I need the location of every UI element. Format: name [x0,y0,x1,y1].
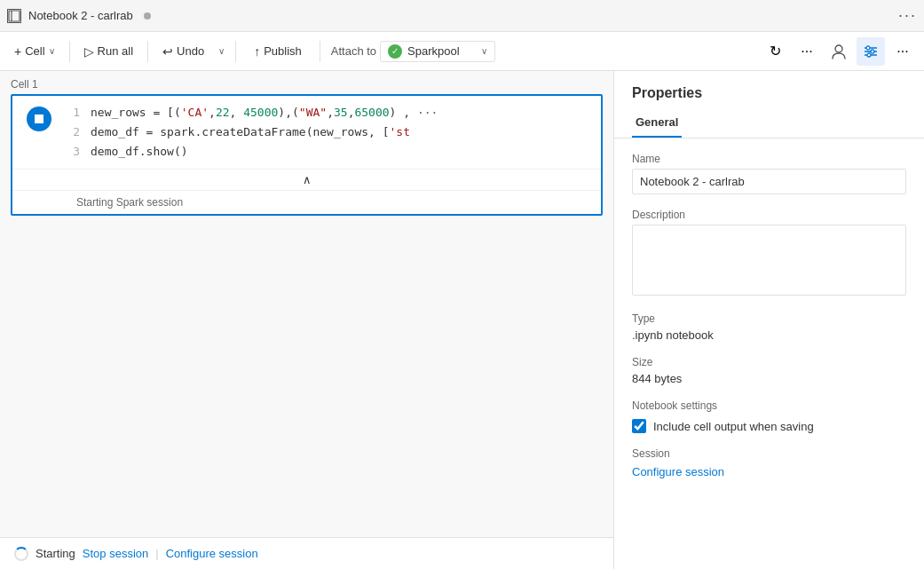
unsaved-dot [144,12,151,20]
code-line-1: 1 new_rows = [('CA',22, 45000),("WA",35,… [66,103,594,122]
undo-button[interactable]: ↩ Undo [155,41,211,62]
main-layout: Cell 1 1 new_rows = [('CA',22, 45000),("… [0,71,924,569]
notebook-area: Cell 1 1 new_rows = [('CA',22, 45000),("… [0,71,613,569]
type-field-label: Type [632,312,906,325]
configure-session-link-bottom[interactable]: Configure session [166,547,258,560]
divider-2 [147,41,148,62]
undo-icon: ↩ [162,44,173,59]
divider-3 [235,41,236,62]
refresh-icon: ↻ [770,43,781,59]
titlebar-more-button[interactable]: ··· [898,6,917,25]
publish-icon: ↑ [254,44,260,59]
name-input[interactable] [632,169,906,194]
stop-session-link[interactable]: Stop session [83,547,148,560]
starting-text: Starting [36,547,75,560]
stop-button[interactable] [27,107,51,131]
chevron-up-icon: ∧ [303,173,312,186]
toolbar-right: ↻ ··· ··· [761,37,917,66]
run-all-label: Run all [98,44,133,58]
cell-run-area [12,96,66,214]
publish-label: Publish [264,44,302,58]
loading-spinner [14,547,28,561]
configure-session-link[interactable]: Configure session [632,465,724,478]
status-bar: Starting Stop session | Configure sessio… [0,537,613,569]
type-field-group: Type .ipynb notebook [632,312,906,342]
description-field-label: Description [632,209,906,221]
line-num-3: 3 [66,142,80,162]
code-line-3: 3 demo_df.show() [66,142,594,162]
settings-panel-button[interactable] [857,37,885,66]
undo-label: Undo [177,44,204,58]
run-all-icon: ▷ [84,44,94,59]
svg-point-6 [866,46,870,50]
line-num-1: 1 [66,103,80,122]
cell-chevron: ∨ [49,46,55,56]
name-field-label: Name [632,153,906,165]
attach-label: Attach to [331,44,376,58]
cell-collapse-button[interactable]: ∧ [12,169,601,190]
code-content-3: demo_df.show() [91,142,188,162]
sparkpool-name: Sparkpool [407,44,476,58]
cell-body: 1 new_rows = [('CA',22, 45000),("WA",35,… [11,94,603,216]
status-separator: | [155,547,158,560]
svg-point-7 [871,50,874,53]
notebook-spacer [0,223,613,537]
code-line-2: 2 demo_df = spark.createDataFrame(new_ro… [66,122,594,142]
sparkpool-selector[interactable]: Sparkpool ∨ [380,41,495,62]
description-input[interactable] [632,225,906,296]
run-all-button[interactable]: ▷ Run all [77,41,140,62]
toolbar: + Cell ∨ ▷ Run all ↩ Undo ∨ ↑ Publish At… [0,32,924,71]
sparkpool-chevron: ∨ [481,46,487,56]
line-num-2: 2 [66,122,80,142]
properties-panel: Properties General Name Description Type… [613,71,924,569]
divider-1 [69,41,70,62]
title-text: Notebook 2 - carlrab [28,9,133,22]
notebook-icon [7,9,21,23]
code-area[interactable]: 1 new_rows = [('CA',22, 45000),("WA",35,… [66,96,601,169]
include-output-checkbox[interactable] [632,419,646,433]
tab-general[interactable]: General [632,108,682,138]
cell-container: Cell 1 1 new_rows = [('CA',22, 45000),("… [0,71,613,223]
include-output-label: Include cell output when saving [653,420,814,433]
include-output-row: Include cell output when saving [632,419,906,433]
undo-chevron: ∨ [218,46,225,56]
notebook-settings-label: Notebook settings [632,399,906,412]
toolbar-more-button[interactable]: ··· [793,37,821,66]
sparkpool-status-icon [388,44,402,59]
plus-icon: + [14,44,21,59]
properties-title: Properties [614,71,924,108]
cell-label: Cell 1 [11,78,603,91]
name-field-group: Name [632,153,906,194]
properties-tabs: General [614,108,924,138]
notebook-settings-group: Notebook settings Include cell output wh… [632,399,906,433]
session-group: Session Configure session [632,447,906,478]
stop-icon [35,115,43,123]
code-content-1: new_rows = [('CA',22, 45000),("WA",35,65… [91,103,438,122]
overflow-icon: ··· [896,43,908,59]
properties-body: Name Description Type .ipynb notebook Si… [614,138,924,493]
session-label: Session [632,447,906,460]
size-field-group: Size 844 bytes [632,356,906,385]
user-icon-button[interactable] [825,37,853,66]
size-value: 844 bytes [632,372,906,385]
size-field-label: Size [632,356,906,368]
undo-chevron-button[interactable]: ∨ [215,43,228,59]
description-field-group: Description [632,209,906,298]
type-value: .ipynb notebook [632,328,906,342]
cell-button[interactable]: + Cell ∨ [7,41,62,62]
publish-button[interactable]: ↑ Publish [243,41,312,62]
cell-status: Starting Spark session [12,190,601,214]
cell-status-text: Starting Spark session [76,196,183,209]
attach-section: Attach to Sparkpool ∨ [331,41,495,62]
svg-point-8 [867,53,871,57]
title-bar: Notebook 2 - carlrab ··· [0,0,924,32]
more-icon: ··· [801,43,812,59]
divider-4 [320,41,320,62]
refresh-button[interactable]: ↻ [761,37,789,66]
svg-rect-0 [9,11,20,21]
overflow-more-button[interactable]: ··· [888,37,917,66]
code-content-2: demo_df = spark.createDataFrame(new_rows… [91,122,410,142]
svg-point-2 [835,45,842,52]
cell-label: Cell [25,44,44,58]
